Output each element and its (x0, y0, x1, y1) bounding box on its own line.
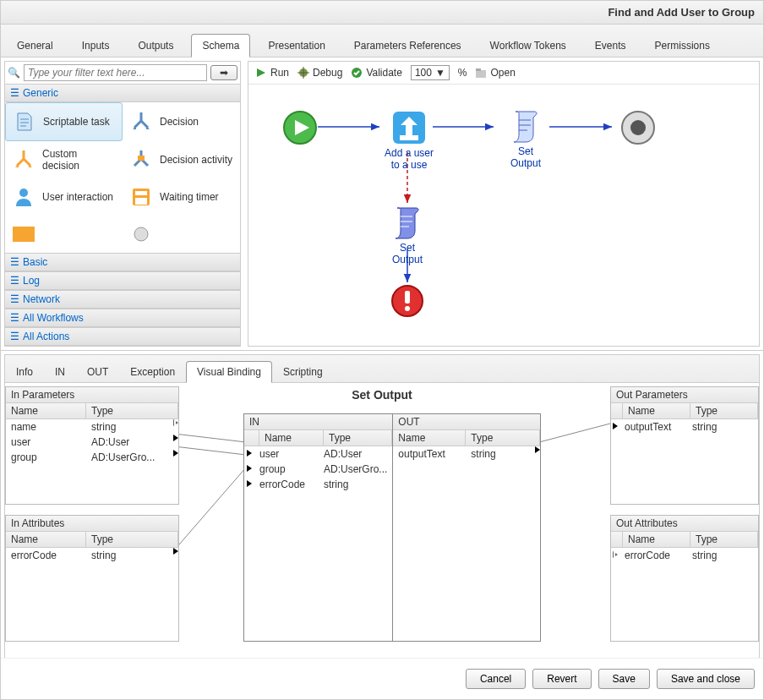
validate-button[interactable]: Validate (351, 67, 401, 79)
category-generic[interactable]: ☰ Generic (5, 84, 240, 102)
cancel-button[interactable]: Cancel (466, 669, 526, 689)
col-name[interactable]: Name (259, 430, 324, 446)
grey-circle-icon (129, 222, 153, 246)
cell[interactable]: errorCode (6, 548, 86, 563)
cell[interactable]: string (466, 446, 535, 462)
link-handle-icon[interactable] (613, 423, 618, 429)
palette-item-decision-activity[interactable]: Decision activity (123, 141, 240, 178)
svg-point-33 (405, 306, 410, 311)
col-type[interactable]: Type (690, 403, 758, 419)
cell[interactable]: user (6, 435, 86, 450)
col-type[interactable]: Type (466, 430, 540, 446)
cell[interactable]: AD:UserGro... (86, 450, 173, 465)
link-handle-icon[interactable] (173, 548, 178, 555)
palette-item-extra1[interactable] (5, 216, 123, 253)
save-button[interactable]: Save (598, 669, 650, 689)
subtab-info[interactable]: Info (5, 361, 44, 383)
category-basic[interactable]: ☰Basic (5, 253, 240, 271)
col-type[interactable]: Type (690, 532, 758, 548)
filter-go-button[interactable]: ➡ (210, 65, 237, 80)
cell[interactable]: AD:User (319, 446, 392, 462)
category-label: All Actions (23, 331, 69, 342)
link-handle-icon[interactable] (173, 419, 178, 426)
link-handle-icon[interactable] (173, 435, 178, 441)
list-icon: ☰ (10, 275, 19, 287)
palette-item-user-interaction[interactable]: User interaction (5, 178, 123, 216)
tab-permissions[interactable]: Permissions (644, 34, 721, 57)
node-end[interactable] (620, 110, 656, 147)
workflow-canvas[interactable]: Add a user to a use Set Output Set Outpu… (248, 85, 759, 346)
link-handle-icon[interactable] (613, 551, 618, 558)
tab-parameters-references[interactable]: Parameters References (343, 34, 472, 57)
tab-presentation[interactable]: Presentation (257, 34, 336, 57)
cell[interactable]: string (86, 548, 173, 563)
cell[interactable]: group (6, 450, 86, 465)
link-handle-icon[interactable] (247, 450, 252, 457)
revert-button[interactable]: Revert (532, 669, 591, 689)
link-handle-icon[interactable] (535, 446, 540, 453)
palette-item-waiting-timer[interactable]: Waiting timer (123, 178, 240, 216)
cell[interactable]: errorCode (254, 477, 319, 492)
node-error[interactable] (390, 284, 424, 320)
subtab-exception[interactable]: Exception (119, 361, 186, 383)
palette-item-decision[interactable]: Decision (123, 102, 240, 141)
cell[interactable]: group (254, 462, 319, 477)
col-name[interactable]: Name (623, 532, 690, 548)
col-type[interactable]: Type (86, 403, 178, 419)
palette-item-custom-decision[interactable]: Custom decision (5, 141, 123, 178)
tab-general[interactable]: General (6, 34, 64, 57)
cell[interactable]: outputText (619, 419, 687, 435)
cell[interactable]: errorCode (619, 548, 687, 563)
category-label: Log (23, 275, 40, 287)
tab-events[interactable]: Events (584, 34, 637, 57)
binding-canvas[interactable]: Set Output In Parameters NameType namest… (5, 383, 759, 658)
node-start[interactable] (282, 110, 318, 147)
cell[interactable]: AD:User (86, 435, 173, 450)
link-handle-icon[interactable] (173, 450, 178, 457)
open-button[interactable]: Open (475, 67, 515, 79)
tab-outputs[interactable]: Outputs (127, 34, 184, 57)
palette-item-label: Custom decision (42, 148, 116, 172)
cell[interactable]: name (6, 419, 86, 435)
cell[interactable]: outputText (393, 446, 466, 462)
cell[interactable]: string (687, 419, 758, 435)
col-name[interactable]: Name (6, 532, 86, 548)
category-all-actions[interactable]: ☰All Actions (5, 327, 240, 346)
col-name[interactable]: Name (6, 403, 86, 419)
category-network[interactable]: ☰Network (5, 290, 240, 309)
node-add-user[interactable]: Add a user to a use (384, 108, 434, 171)
cell[interactable]: string (687, 548, 758, 563)
debug-button[interactable]: Debug (297, 67, 342, 79)
palette-item-extra2[interactable] (123, 216, 240, 253)
node-set-output-1[interactable]: Set Output (502, 108, 549, 169)
col-name[interactable]: Name (393, 430, 466, 446)
subtab-in[interactable]: IN (44, 361, 76, 383)
chevron-down-icon: ▼ (435, 67, 445, 79)
zoom-value: 100 (415, 67, 432, 79)
col-type[interactable]: Type (86, 532, 178, 548)
cell[interactable]: string (86, 419, 173, 435)
cell[interactable]: AD:UserGro... (319, 462, 392, 477)
palette-item-scriptable-task[interactable]: Scriptable task (5, 102, 123, 141)
run-button[interactable]: Run (255, 67, 289, 79)
link-handle-icon[interactable] (247, 480, 252, 487)
subtab-out[interactable]: OUT (76, 361, 119, 383)
col-name[interactable]: Name (623, 403, 690, 419)
svg-point-30 (630, 120, 646, 135)
category-all-workflows[interactable]: ☰All Workflows (5, 309, 240, 327)
col-type[interactable]: Type (324, 430, 392, 446)
subtab-visual-binding[interactable]: Visual Binding (186, 361, 272, 383)
cell[interactable]: user (254, 446, 319, 462)
tab-schema[interactable]: Schema (191, 34, 250, 57)
zoom-select[interactable]: 100▼ (411, 65, 450, 80)
tab-inputs[interactable]: Inputs (71, 34, 121, 57)
save-close-button[interactable]: Save and close (657, 669, 755, 689)
subtab-scripting[interactable]: Scripting (272, 361, 334, 383)
cell[interactable]: string (319, 477, 392, 492)
category-log[interactable]: ☰Log (5, 271, 240, 290)
node-set-output-2[interactable]: Set Output (384, 205, 431, 265)
tab-workflow-tokens[interactable]: Workflow Tokens (479, 34, 577, 57)
link-handle-icon[interactable] (247, 465, 252, 472)
palette-filter-input[interactable] (24, 64, 207, 81)
svg-rect-7 (135, 191, 147, 195)
